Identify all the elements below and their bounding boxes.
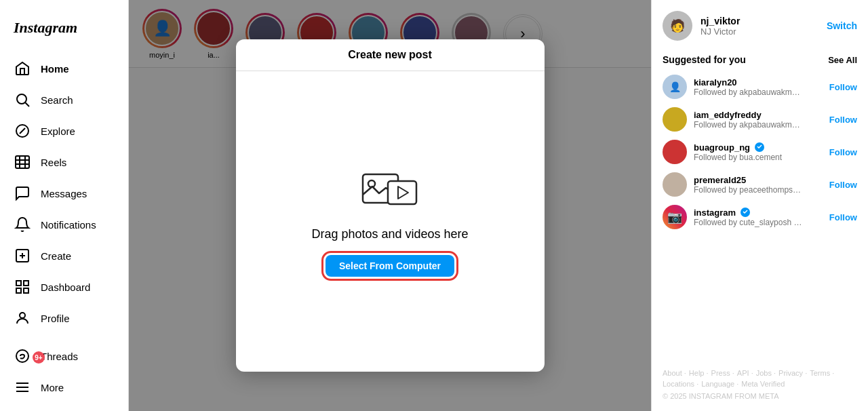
follow-button-5[interactable]: Follow <box>829 212 857 222</box>
avatar: 🧑 <box>663 11 692 41</box>
sidebar-item-home[interactable]: Home <box>5 53 123 84</box>
sidebar-item-profile[interactable]: Profile <box>5 302 123 334</box>
sidebar-item-threads[interactable]: 9+ Threads <box>5 340 123 372</box>
sug-sub-5: Followed by cute_slayposh + 53... <box>694 218 802 227</box>
follow-button-2[interactable]: Follow <box>829 115 857 125</box>
suggested-title: Suggested for you <box>663 54 746 65</box>
see-all-button[interactable]: See All <box>828 55 857 65</box>
sug-avatar-3 <box>663 140 687 164</box>
sug-avatar-5: 📷 <box>663 205 687 229</box>
sidebar-item-messages[interactable]: Messages <box>5 178 123 209</box>
search-icon <box>14 91 31 109</box>
sug-info-5: instagram Followed by cute_slayposh + 53… <box>694 208 823 227</box>
suggested-user-2: iam_eddyfreddy Followed by akpabauwakmfo… <box>663 107 857 132</box>
svg-marker-4 <box>20 128 25 134</box>
sug-info-2: iam_eddyfreddy Followed by akpabauwakmfo… <box>694 110 823 130</box>
upload-icon-group <box>359 166 420 214</box>
footer-meta-verified: Meta Verified <box>741 380 785 388</box>
suggested-user-3: buagroup_ng Followed by bua.cement Follo… <box>663 140 857 164</box>
profile-icon <box>14 309 31 327</box>
reels-icon <box>14 153 31 171</box>
drag-text: Drag photos and videos here <box>311 227 468 241</box>
footer-help: Help · <box>689 369 709 377</box>
sidebar-item-create[interactable]: Create <box>5 240 123 271</box>
user-info: nj_viktor NJ Victor <box>701 16 818 37</box>
more-icon <box>14 378 31 396</box>
footer-links: About · Help · Press · API · Jobs · Priv… <box>663 369 857 388</box>
svg-line-1 <box>26 103 30 107</box>
footer-api: API · <box>737 369 753 377</box>
dashboard-icon <box>14 278 31 296</box>
sug-info-1: kiaralyn20 Followed by akpabauwakmfon <box>694 77 823 97</box>
sidebar-item-explore[interactable]: Explore <box>5 115 123 146</box>
sidebar-explore-label: Explore <box>41 125 75 137</box>
footer-jobs: Jobs · <box>756 369 776 377</box>
modal-title: Create new post <box>348 49 432 61</box>
follow-button-4[interactable]: Follow <box>829 180 857 190</box>
sidebar-notifications-label: Notifications <box>41 219 96 231</box>
svg-rect-5 <box>16 156 29 168</box>
sug-sub-4: Followed by peaceethompson a... <box>694 185 802 195</box>
sug-sub-2: Followed by akpabauwakmfon a... <box>694 120 802 130</box>
threads-icon: 9+ <box>14 347 31 365</box>
sug-username-1: kiaralyn20 <box>694 77 823 87</box>
switch-button[interactable]: Switch <box>827 20 857 31</box>
modal-backdrop: Create new post Drag photos and videos h… <box>129 0 651 411</box>
sidebar-reels-label: Reels <box>41 157 66 168</box>
footer-about: About · <box>663 369 686 377</box>
main-content: 👤 moyin_i ia... <box>129 0 651 411</box>
sug-username-4: premerald25 <box>694 175 823 185</box>
sidebar-item-notifications[interactable]: Notifications <box>5 209 123 240</box>
sug-avatar-4 <box>663 172 687 197</box>
sidebar-messages-label: Messages <box>41 188 87 199</box>
notifications-icon <box>14 216 31 233</box>
sug-avatar-2 <box>663 107 687 132</box>
sidebar-item-reels[interactable]: Reels <box>5 146 123 178</box>
sidebar-item-dashboard[interactable]: Dashboard <box>5 271 123 302</box>
svg-rect-11 <box>24 288 28 293</box>
modal-body: Drag photos and videos here Select From … <box>236 71 545 372</box>
select-from-computer-button[interactable]: Select From Computer <box>326 255 454 277</box>
sidebar-home-label: Home <box>41 63 69 75</box>
sug-info-4: premerald25 Followed by peaceethompson a… <box>694 175 823 195</box>
display-name: NJ Victor <box>701 26 818 37</box>
sug-username-2: iam_eddyfreddy <box>694 110 823 120</box>
svg-rect-9 <box>16 281 21 286</box>
sidebar-dashboard-label: Dashboard <box>41 281 90 293</box>
footer-privacy: Privacy · <box>778 369 807 377</box>
sug-username-5: instagram <box>694 208 823 218</box>
create-post-modal: Create new post Drag photos and videos h… <box>236 39 545 372</box>
sidebar-item-more[interactable]: More <box>5 372 123 403</box>
sug-avatar-1: 👤 <box>663 75 687 99</box>
threads-badge: 9+ <box>33 351 45 364</box>
svg-rect-12 <box>16 288 21 293</box>
sug-sub-3: Followed by bua.cement <box>694 153 802 162</box>
explore-icon <box>14 122 31 140</box>
modal-header: Create new post <box>236 39 545 71</box>
sidebar-item-search[interactable]: Search <box>5 84 123 115</box>
sug-info-3: buagroup_ng Followed by bua.cement <box>694 142 823 162</box>
suggested-user-1: 👤 kiaralyn20 Followed by akpabauwakmfon … <box>663 75 857 99</box>
footer-copyright: © 2025 INSTAGRAM FROM META <box>663 392 857 400</box>
sidebar-threads-label: Threads <box>41 351 78 362</box>
follow-button-3[interactable]: Follow <box>829 147 857 157</box>
suggested-header: Suggested for you See All <box>663 54 857 65</box>
follow-button-1[interactable]: Follow <box>829 82 857 92</box>
right-panel: 🧑 nj_viktor NJ Victor Switch Suggested f… <box>651 0 868 411</box>
footer-locations: Locations · <box>663 380 698 388</box>
verified-icon-3 <box>755 142 764 152</box>
suggested-user-4: premerald25 Followed by peaceethompson a… <box>663 172 857 197</box>
logo: Instagram <box>5 8 123 53</box>
footer-terms: Terms · <box>810 369 834 377</box>
verified-icon-5 <box>741 208 750 217</box>
svg-point-14 <box>16 350 28 362</box>
sug-username-3: buagroup_ng <box>694 142 823 153</box>
svg-point-13 <box>20 313 25 318</box>
sidebar-create-label: Create <box>41 250 71 262</box>
suggested-user-5: 📷 instagram Followed by cute_slayposh + … <box>663 205 857 229</box>
sidebar-search-label: Search <box>41 94 73 106</box>
create-icon <box>14 247 31 265</box>
svg-rect-10 <box>24 281 28 286</box>
footer-press: Press · <box>711 369 734 377</box>
sidebar: Instagram Home Search Explore Reels Mess… <box>0 0 129 411</box>
